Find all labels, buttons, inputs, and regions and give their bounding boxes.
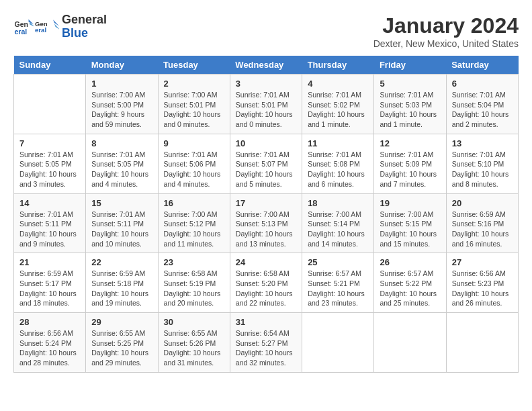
day-number: 16	[164, 198, 224, 208]
day-number: 31	[236, 317, 296, 327]
day-info: Sunrise: 6:57 AMSunset: 5:21 PMDaylight:…	[308, 269, 368, 308]
day-number: 25	[308, 257, 368, 267]
logo-icon: Gen eral	[13, 17, 34, 37]
day-number: 17	[236, 198, 296, 208]
calendar-week-row: 7Sunrise: 7:01 AMSunset: 5:05 PMDaylight…	[14, 134, 519, 193]
page-header: Gen eral Gen eral General Blue January 2…	[13, 13, 519, 49]
day-number: 14	[19, 198, 80, 208]
day-number: 4	[308, 79, 368, 89]
calendar-cell: 16Sunrise: 7:00 AMSunset: 5:12 PMDayligh…	[158, 193, 230, 253]
day-info: Sunrise: 6:54 AMSunset: 5:27 PMDaylight:…	[236, 328, 296, 368]
calendar-cell: 4Sunrise: 7:01 AMSunset: 5:02 PMDaylight…	[302, 75, 374, 134]
day-info: Sunrise: 7:01 AMSunset: 5:04 PMDaylight:…	[452, 90, 513, 130]
calendar-cell: 17Sunrise: 7:00 AMSunset: 5:13 PMDayligh…	[230, 193, 302, 253]
day-info: Sunrise: 6:58 AMSunset: 5:20 PMDaylight:…	[236, 269, 296, 308]
calendar-cell: 11Sunrise: 7:01 AMSunset: 5:08 PMDayligh…	[302, 134, 374, 193]
calendar-week-row: 28Sunrise: 6:56 AMSunset: 5:24 PMDayligh…	[14, 313, 519, 373]
day-info: Sunrise: 7:01 AMSunset: 5:02 PMDaylight:…	[308, 90, 368, 130]
day-info: Sunrise: 7:00 AMSunset: 5:14 PMDaylight:…	[308, 210, 368, 249]
calendar-cell: 15Sunrise: 7:01 AMSunset: 5:11 PMDayligh…	[86, 193, 158, 253]
calendar-cell: 18Sunrise: 7:00 AMSunset: 5:14 PMDayligh…	[302, 193, 374, 253]
calendar-cell: 21Sunrise: 6:59 AMSunset: 5:17 PMDayligh…	[14, 253, 86, 313]
day-of-week-header: Wednesday	[230, 56, 302, 75]
day-info: Sunrise: 6:59 AMSunset: 5:16 PMDaylight:…	[452, 210, 513, 249]
day-number: 19	[380, 198, 440, 208]
day-info: Sunrise: 6:56 AMSunset: 5:23 PMDaylight:…	[452, 269, 513, 308]
calendar-cell: 1Sunrise: 7:00 AMSunset: 5:00 PMDaylight…	[86, 75, 158, 134]
day-number: 11	[308, 138, 368, 148]
day-number: 18	[308, 198, 368, 208]
calendar-header-row: SundayMondayTuesdayWednesdayThursdayFrid…	[14, 56, 519, 75]
day-number: 9	[164, 138, 224, 148]
day-info: Sunrise: 7:00 AMSunset: 5:13 PMDaylight:…	[236, 210, 296, 249]
calendar-cell: 20Sunrise: 6:59 AMSunset: 5:16 PMDayligh…	[446, 193, 518, 253]
day-of-week-header: Tuesday	[158, 56, 230, 75]
logo: Gen eral Gen eral General Blue	[13, 13, 107, 40]
calendar-cell: 6Sunrise: 7:01 AMSunset: 5:04 PMDaylight…	[446, 75, 518, 134]
day-of-week-header: Sunday	[14, 56, 86, 75]
day-info: Sunrise: 7:00 AMSunset: 5:00 PMDaylight:…	[91, 90, 152, 130]
calendar-cell: 25Sunrise: 6:57 AMSunset: 5:21 PMDayligh…	[302, 253, 374, 313]
calendar-cell: 7Sunrise: 7:01 AMSunset: 5:05 PMDaylight…	[14, 134, 86, 193]
day-number: 29	[91, 317, 152, 327]
calendar-week-row: 1Sunrise: 7:00 AMSunset: 5:00 PMDaylight…	[14, 75, 519, 134]
day-info: Sunrise: 7:01 AMSunset: 5:06 PMDaylight:…	[164, 150, 224, 189]
day-number: 21	[19, 257, 80, 267]
day-info: Sunrise: 7:01 AMSunset: 5:05 PMDaylight:…	[91, 150, 152, 189]
day-number: 2	[164, 79, 224, 89]
calendar-cell	[374, 313, 446, 373]
day-number: 1	[91, 79, 152, 89]
calendar-cell: 27Sunrise: 6:56 AMSunset: 5:23 PMDayligh…	[446, 253, 518, 313]
day-number: 12	[380, 138, 440, 148]
day-info: Sunrise: 7:01 AMSunset: 5:09 PMDaylight:…	[380, 150, 440, 189]
day-info: Sunrise: 7:01 AMSunset: 5:10 PMDaylight:…	[452, 150, 513, 189]
calendar-table: SundayMondayTuesdayWednesdayThursdayFrid…	[13, 56, 519, 373]
calendar-cell: 3Sunrise: 7:01 AMSunset: 5:01 PMDaylight…	[230, 75, 302, 134]
calendar-cell: 10Sunrise: 7:01 AMSunset: 5:07 PMDayligh…	[230, 134, 302, 193]
day-info: Sunrise: 7:00 AMSunset: 5:15 PMDaylight:…	[380, 210, 440, 249]
day-of-week-header: Saturday	[446, 56, 518, 75]
day-info: Sunrise: 7:00 AMSunset: 5:01 PMDaylight:…	[164, 90, 224, 130]
day-number: 10	[236, 138, 296, 148]
day-number: 26	[380, 257, 440, 267]
calendar-cell: 5Sunrise: 7:01 AMSunset: 5:03 PMDaylight…	[374, 75, 446, 134]
day-info: Sunrise: 7:01 AMSunset: 5:01 PMDaylight:…	[236, 90, 296, 130]
day-info: Sunrise: 6:55 AMSunset: 5:26 PMDaylight:…	[164, 328, 224, 368]
day-info: Sunrise: 6:58 AMSunset: 5:19 PMDaylight:…	[164, 269, 224, 308]
day-number: 27	[452, 257, 513, 267]
day-of-week-header: Monday	[86, 56, 158, 75]
day-number: 15	[91, 198, 152, 208]
day-of-week-header: Thursday	[302, 56, 374, 75]
calendar-cell: 12Sunrise: 7:01 AMSunset: 5:09 PMDayligh…	[374, 134, 446, 193]
svg-text:eral: eral	[15, 27, 28, 35]
calendar-cell: 19Sunrise: 7:00 AMSunset: 5:15 PMDayligh…	[374, 193, 446, 253]
day-info: Sunrise: 6:59 AMSunset: 5:17 PMDaylight:…	[19, 269, 80, 308]
calendar-cell: 28Sunrise: 6:56 AMSunset: 5:24 PMDayligh…	[14, 313, 86, 373]
calendar-cell: 26Sunrise: 6:57 AMSunset: 5:22 PMDayligh…	[374, 253, 446, 313]
location-subtitle: Dexter, New Mexico, United States	[373, 38, 519, 49]
svg-text:eral: eral	[35, 26, 46, 34]
title-section: January 2024 Dexter, New Mexico, United …	[373, 13, 519, 49]
day-info: Sunrise: 6:57 AMSunset: 5:22 PMDaylight:…	[380, 269, 440, 308]
day-info: Sunrise: 7:01 AMSunset: 5:03 PMDaylight:…	[380, 90, 440, 130]
day-number: 20	[452, 198, 513, 208]
day-number: 30	[164, 317, 224, 327]
calendar-cell: 30Sunrise: 6:55 AMSunset: 5:26 PMDayligh…	[158, 313, 230, 373]
day-info: Sunrise: 7:01 AMSunset: 5:07 PMDaylight:…	[236, 150, 296, 189]
calendar-cell: 2Sunrise: 7:00 AMSunset: 5:01 PMDaylight…	[158, 75, 230, 134]
day-info: Sunrise: 6:55 AMSunset: 5:25 PMDaylight:…	[91, 328, 152, 368]
day-info: Sunrise: 6:59 AMSunset: 5:18 PMDaylight:…	[91, 269, 152, 308]
day-number: 13	[452, 138, 513, 148]
logo-text-general: General	[62, 13, 107, 27]
calendar-cell: 31Sunrise: 6:54 AMSunset: 5:27 PMDayligh…	[230, 313, 302, 373]
calendar-week-row: 21Sunrise: 6:59 AMSunset: 5:17 PMDayligh…	[14, 253, 519, 313]
calendar-cell: 22Sunrise: 6:59 AMSunset: 5:18 PMDayligh…	[86, 253, 158, 313]
calendar-cell: 14Sunrise: 7:01 AMSunset: 5:11 PMDayligh…	[14, 193, 86, 253]
day-info: Sunrise: 7:01 AMSunset: 5:11 PMDaylight:…	[91, 210, 152, 249]
day-number: 28	[19, 317, 80, 327]
calendar-cell: 23Sunrise: 6:58 AMSunset: 5:19 PMDayligh…	[158, 253, 230, 313]
calendar-cell: 24Sunrise: 6:58 AMSunset: 5:20 PMDayligh…	[230, 253, 302, 313]
day-info: Sunrise: 7:01 AMSunset: 5:11 PMDaylight:…	[19, 210, 80, 249]
day-number: 6	[452, 79, 513, 89]
day-number: 23	[164, 257, 224, 267]
